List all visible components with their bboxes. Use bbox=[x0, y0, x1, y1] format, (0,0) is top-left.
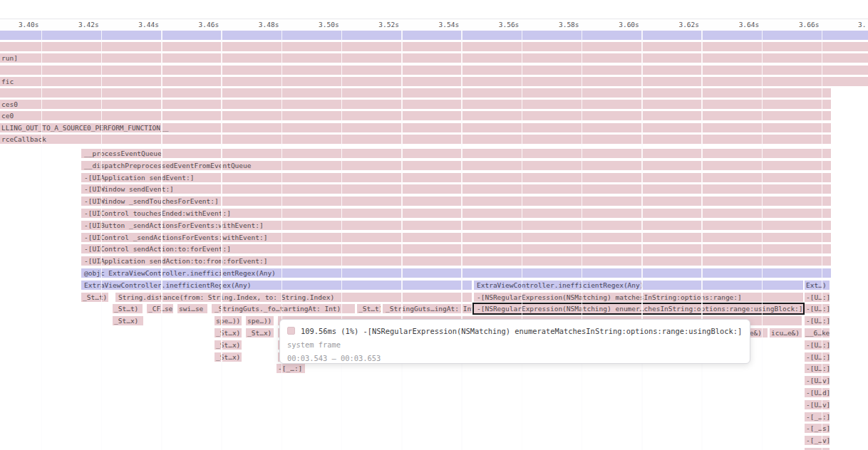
flame-bar[interactable] bbox=[0, 88, 831, 98]
flame-bar[interactable]: _St…x) bbox=[215, 340, 242, 350]
flame-bar[interactable]: _St…x) bbox=[246, 328, 274, 338]
gridline-overlay bbox=[221, 31, 222, 450]
gridline-overlay bbox=[41, 31, 43, 450]
flame-bar-label: spe…)) bbox=[216, 316, 240, 325]
flame-bar-label: _StringGuts._fo…tartingAt: Int) bbox=[215, 304, 341, 313]
flame-bar[interactable]: _St…x) bbox=[215, 352, 242, 362]
flame-bar[interactable]: swi…se bbox=[177, 304, 207, 313]
flame-bar-label: -[_…s] bbox=[806, 424, 830, 433]
flame-bar-label: fic bbox=[1, 77, 14, 86]
flame-bar[interactable]: -[UIButton _sendActionsForEvents:withEve… bbox=[81, 221, 831, 230]
flame-bar[interactable]: _StringGuts…ingAt: Int) bbox=[383, 304, 472, 313]
flame-bar-label: -[_…:] bbox=[806, 412, 830, 422]
flame-bar[interactable]: ces0 bbox=[0, 100, 831, 109]
flame-bar[interactable]: -[_…:] bbox=[805, 412, 830, 422]
flame-bar[interactable]: __processEventQueue bbox=[81, 149, 831, 158]
flame-bar[interactable]: -[UIApplication sendAction:to:from:forEv… bbox=[81, 256, 831, 266]
flame-bar[interactable]: -[U…d] bbox=[805, 388, 830, 397]
flame-bar[interactable]: spe…)) bbox=[215, 316, 242, 325]
flame-bar-label: -[U…d] bbox=[806, 388, 830, 397]
flame-bar-label: _St…t) bbox=[83, 293, 107, 302]
flame-bar-label: @objc ExtraViewController.inefficientReg… bbox=[84, 268, 276, 278]
flame-bar-label: -[U…:] bbox=[806, 304, 830, 313]
flame-bar[interactable] bbox=[0, 42, 868, 51]
flame-bar[interactable]: -[UIApplication sendEvent:] bbox=[81, 173, 831, 182]
flame-bar-label: run] bbox=[1, 53, 18, 63]
tooltip-note: system frame bbox=[287, 338, 743, 352]
flame-bar-label: ces0 bbox=[1, 100, 18, 109]
flame-bar-label: _St…t) bbox=[358, 304, 381, 313]
flame-bar[interactable]: __6…ke bbox=[805, 328, 830, 338]
flame-bar-label: icu…e&) bbox=[771, 328, 800, 338]
flame-bar-label: swi…se bbox=[179, 304, 203, 313]
flame-bar[interactable]: -[UIControl sendAction:to:forEvent:] bbox=[81, 244, 831, 253]
flame-bar[interactable]: LLING_OUT_TO_A_SOURCE0_PERFORM_FUNCTION_… bbox=[0, 123, 831, 132]
flame-bar[interactable]: -[_…v] bbox=[805, 436, 830, 445]
flame-bar[interactable]: -[UIControl _sendActionsForEvents:withEv… bbox=[81, 233, 831, 242]
flame-bar-label: -[UIWindow _sendTouchesForEvent:] bbox=[84, 197, 219, 206]
flame-bar[interactable]: -[UIWindow sendEvent:] bbox=[81, 184, 831, 194]
flame-bar[interactable]: _St…x) bbox=[113, 316, 143, 325]
flame-bar[interactable] bbox=[0, 66, 868, 75]
flame-bar[interactable]: _St…t) bbox=[81, 293, 108, 302]
flame-bar-label: __processEventQueue bbox=[84, 149, 162, 158]
flame-bar[interactable]: -[U…:] bbox=[805, 293, 830, 302]
flame-bar[interactable]: rceCallback bbox=[0, 135, 831, 144]
flame-bar[interactable]: __dispatchPreprocessedEventFromEventQueu… bbox=[81, 161, 831, 170]
flame-bar[interactable]: _CF…se bbox=[147, 304, 173, 313]
flame-bar[interactable]: -[U…:] bbox=[805, 364, 830, 373]
flame-bar[interactable]: ExtraViewController.inefficientRegex(Any… bbox=[81, 281, 472, 290]
flame-bar-label: -[UIControl sendAction:to:forEvent:] bbox=[84, 244, 231, 253]
flame-bar[interactable]: ExtraViewController.inefficientRegex(Any… bbox=[474, 281, 803, 290]
flame-bar[interactable]: fic bbox=[0, 77, 868, 86]
flame-bar-label: _StringGuts…ingAt: Int) bbox=[386, 304, 472, 313]
frame-color-swatch-icon bbox=[287, 327, 295, 335]
flame-bar[interactable]: _StringGuts._fo…tartingAt: Int) bbox=[212, 304, 355, 313]
flame-bar[interactable]: -[U…:] bbox=[805, 316, 830, 325]
flame-bar[interactable]: _St…t) bbox=[357, 304, 381, 313]
flame-bar[interactable]: _St…t) bbox=[113, 304, 143, 313]
hover-tooltip: 109.56ms (1%) -[NSRegularExpression(NSMa… bbox=[279, 319, 750, 364]
flame-bar-label: _St…x) bbox=[216, 328, 240, 338]
flame-bar[interactable]: ce0 bbox=[0, 111, 831, 120]
flame-bar[interactable]: -[U…:] bbox=[805, 352, 830, 362]
flame-bar-label: -[UIControl touchesEnded:withEvent:] bbox=[84, 209, 231, 218]
flame-bar-label: ExtraViewController.inefficientRegex(Any… bbox=[84, 281, 252, 290]
flame-bar[interactable]: -[UIWindow _sendTouchesForEvent:] bbox=[81, 197, 831, 206]
flame-bar-label: LLING_OUT_TO_A_SOURCE0_PERFORM_FUNCTION_… bbox=[1, 123, 169, 132]
gridline-overlay bbox=[281, 31, 283, 450]
flame-bar[interactable]: @objc ExtraViewController.inefficientReg… bbox=[81, 268, 831, 278]
flame-bar[interactable]: _St…x) bbox=[215, 328, 242, 338]
flame-bar-label: -[NSRegularExpression(NSMatching) enumer… bbox=[477, 304, 803, 313]
flame-bar[interactable]: run] bbox=[0, 53, 868, 63]
flame-bar-label: -[UIWindow sendEvent:] bbox=[84, 184, 174, 194]
flame-bar-label: -[U…:] bbox=[806, 340, 830, 350]
flame-bar[interactable]: -[U…:] bbox=[805, 304, 830, 313]
gridline-overlay bbox=[341, 31, 343, 450]
flame-bar[interactable]: String.distance(from: String.Index, to: … bbox=[115, 293, 472, 302]
flame-bar[interactable]: -[_…s] bbox=[805, 424, 830, 433]
flame-bar-label: _St…t) bbox=[114, 304, 138, 313]
flame-bar[interactable]: icu…e&) bbox=[770, 328, 802, 338]
flame-bar[interactable]: -[U…v] bbox=[805, 376, 830, 385]
gridline-overlay bbox=[641, 31, 643, 450]
flame-bar[interactable]: -[NSRegularExpression(NSMatching) matche… bbox=[474, 293, 803, 302]
gridline-overlay bbox=[822, 31, 823, 450]
flame-bar-label: -[UIButton _sendActionsForEvents:withEve… bbox=[84, 221, 264, 230]
flame-bar[interactable] bbox=[0, 31, 868, 40]
gridline-overlay bbox=[762, 31, 763, 450]
flame-bar-label: rceCallback bbox=[1, 135, 46, 144]
flame-bar[interactable]: -[UIControl touchesEnded:withEvent:] bbox=[81, 209, 831, 218]
flame-bar-label: -[U…:] bbox=[806, 316, 830, 325]
gridline-overlay bbox=[582, 31, 583, 450]
flame-bar-label: _St…x) bbox=[216, 352, 240, 362]
flame-bar-selected[interactable]: -[NSRegularExpression(NSMatching) enumer… bbox=[474, 304, 803, 313]
flame-bar[interactable]: -[U…v] bbox=[805, 400, 830, 409]
flame-bar[interactable]: spe…)) bbox=[246, 316, 274, 325]
tooltip-title-line: 109.56ms (1%) -[NSRegularExpression(NSMa… bbox=[287, 325, 743, 338]
flame-bar[interactable]: -[U…:] bbox=[805, 340, 830, 350]
flame-bar-label: String.distance(from: String.Index, to: … bbox=[118, 293, 334, 302]
gridline-overlay bbox=[522, 31, 523, 450]
gridline-overlay bbox=[701, 31, 703, 450]
flame-bar[interactable]: Ext…) bbox=[805, 281, 830, 290]
